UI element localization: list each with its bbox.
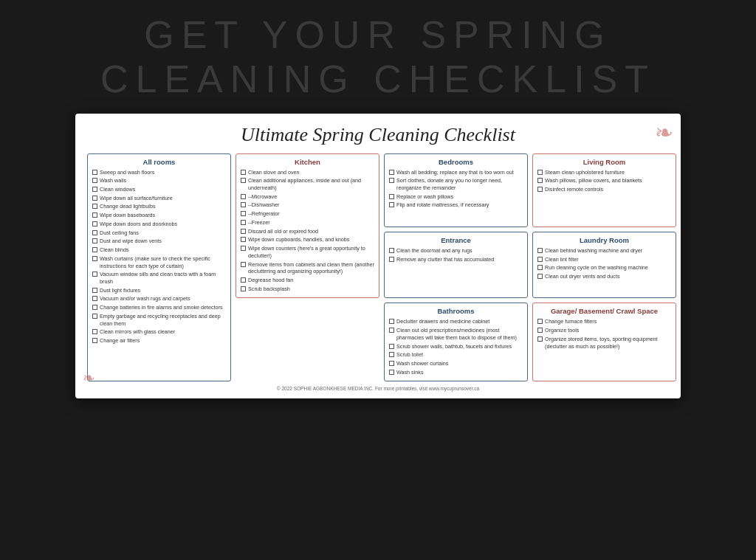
item-text: Wash shower curtains: [396, 360, 448, 367]
list-item: Clean out dryer vents and ducts: [537, 273, 671, 280]
checkbox[interactable]: [241, 262, 246, 267]
checkbox[interactable]: [389, 202, 394, 207]
list-item: Vacuum window sills and clean tracts wit…: [92, 271, 226, 285]
checkbox[interactable]: [241, 229, 246, 234]
section-entrance-title: Entrance: [389, 236, 523, 244]
list-item: Clean mirrors with glass cleaner: [92, 328, 226, 336]
item-text: Organize tools: [545, 327, 579, 334]
item-text: --Dishwasher: [248, 201, 279, 209]
list-item: Discard all old or expired food: [241, 228, 374, 235]
checkbox[interactable]: [537, 248, 543, 253]
checkbox[interactable]: [389, 328, 394, 333]
section-bedrooms-title: Bedrooms: [389, 158, 523, 166]
item-text: Clean windows: [100, 186, 135, 193]
checkbox[interactable]: [92, 329, 97, 334]
list-item: Change air filters: [92, 337, 226, 345]
list-item: Sweep and wash floors: [92, 169, 226, 176]
checkbox[interactable]: [92, 305, 97, 310]
checkbox[interactable]: [92, 338, 97, 343]
section-laundry-room: Laundry Room Clean behind washing machin…: [532, 232, 676, 299]
checkbox[interactable]: [92, 187, 97, 192]
list-item: --Freezer: [241, 219, 374, 227]
item-text: Scrub backsplash: [248, 286, 290, 293]
checkbox[interactable]: [92, 314, 97, 319]
checkbox[interactable]: [241, 246, 246, 251]
list-item: Change furnace filters: [537, 318, 671, 325]
checkbox[interactable]: [389, 257, 394, 262]
checkbox[interactable]: [537, 257, 543, 262]
checkbox[interactable]: [92, 238, 97, 243]
checkbox[interactable]: [241, 286, 246, 291]
checkbox[interactable]: [537, 328, 543, 333]
checkbox[interactable]: [389, 170, 394, 175]
checkbox[interactable]: [537, 274, 543, 279]
list-item: Scrub toilet: [389, 351, 523, 359]
checkbox[interactable]: [241, 178, 246, 183]
item-text: Dust and wipe down vents: [100, 238, 162, 245]
section-bathrooms-title: Bathrooms: [389, 307, 523, 315]
checkbox[interactable]: [92, 170, 97, 175]
item-text: Clean stove and oven: [248, 169, 300, 176]
garage-items: Change furnace filtersOrganize toolsOrga…: [537, 318, 671, 350]
checkbox[interactable]: [92, 288, 97, 293]
item-text: Steam clean upholstered furniture: [545, 169, 625, 176]
list-item: Clean stove and oven: [241, 169, 374, 176]
checkbox[interactable]: [241, 220, 246, 225]
checkbox[interactable]: [92, 196, 97, 201]
checkbox[interactable]: [92, 204, 97, 209]
list-item: Wipe down cupboards, handles, and knobs: [241, 236, 374, 243]
checkbox[interactable]: [92, 256, 97, 261]
checkbox[interactable]: [537, 336, 543, 342]
list-item: Scrub shower walls, bathtub, faucets and…: [389, 343, 523, 350]
checkbox[interactable]: [537, 319, 543, 324]
item-text: Wipe down baseboards: [100, 212, 155, 219]
checkbox[interactable]: [537, 265, 543, 270]
item-text: Remove items from cabinets and clean the…: [248, 261, 374, 275]
checkbox[interactable]: [389, 370, 394, 375]
living-room-items: Steam clean upholstered furnitureWash pi…: [537, 169, 671, 193]
list-item: --Refrigerator: [241, 210, 374, 218]
checkbox[interactable]: [389, 361, 394, 366]
checkbox[interactable]: [389, 178, 394, 183]
checkbox[interactable]: [241, 277, 246, 283]
checkbox[interactable]: [389, 194, 394, 199]
list-item: Clean additional appliances, inside and …: [241, 177, 374, 191]
checkbox[interactable]: [389, 319, 394, 324]
list-item: Declutter drawers and medicine cabinet: [389, 318, 523, 325]
checkbox[interactable]: [537, 170, 543, 175]
item-text: Declutter drawers and medicine cabinet: [396, 318, 489, 325]
checkbox[interactable]: [389, 344, 394, 349]
list-item: Clean windows: [92, 186, 226, 193]
checkbox[interactable]: [92, 247, 97, 252]
checkbox[interactable]: [92, 212, 97, 218]
item-text: Discard all old or expired food: [248, 228, 318, 235]
list-item: Wipe down all surface/furniture: [92, 195, 226, 202]
checkbox[interactable]: [241, 211, 246, 216]
list-item: Wash all bedding; replace any that is to…: [389, 169, 523, 176]
checkbox[interactable]: [92, 221, 97, 227]
item-text: Replace or wash pillows: [396, 193, 453, 201]
item-text: Remove any clutter that has accumulated: [396, 256, 494, 263]
decorative-swirl-bottom: ❧: [83, 369, 95, 387]
checkbox[interactable]: [537, 178, 543, 183]
page-header: GET YOUR SPRING CLEANING CHECKLIST: [86, 13, 670, 102]
checkbox[interactable]: [92, 178, 97, 183]
checkbox[interactable]: [241, 237, 246, 242]
checkbox[interactable]: [389, 352, 394, 357]
checkbox[interactable]: [241, 170, 246, 175]
list-item: Remove items from cabinets and clean the…: [241, 261, 374, 275]
item-text: Sweep and wash floors: [100, 169, 154, 176]
checkbox[interactable]: [92, 296, 97, 301]
item-text: Wash sinks: [396, 369, 423, 376]
item-text: Wash curtains (make sure to check the sp…: [100, 255, 226, 269]
checkbox[interactable]: [92, 230, 97, 235]
checkbox[interactable]: [389, 248, 394, 253]
checkbox[interactable]: [241, 194, 246, 199]
list-item: Change batteries in fire alarms and smok…: [92, 304, 226, 311]
list-item: Vacuum and/or wash rugs and carpets: [92, 295, 226, 303]
item-text: Run cleaning cycle on the washing machin…: [545, 264, 648, 272]
list-item: Dust light fixtures: [92, 287, 226, 294]
checkbox[interactable]: [92, 272, 97, 277]
checkbox[interactable]: [537, 187, 543, 192]
checkbox[interactable]: [241, 202, 246, 207]
